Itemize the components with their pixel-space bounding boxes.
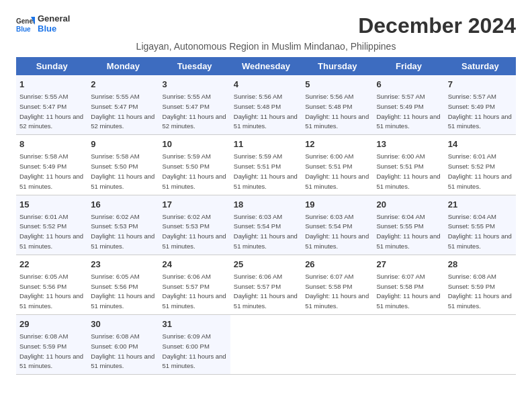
calendar-cell: 12 Sunrise: 6:00 AMSunset: 5:51 PMDaylig… bbox=[302, 135, 373, 195]
calendar-cell: 11 Sunrise: 5:59 AMSunset: 5:51 PMDaylig… bbox=[230, 135, 302, 195]
calendar-cell: 15 Sunrise: 6:01 AMSunset: 5:52 PMDaylig… bbox=[16, 195, 87, 255]
day-number: 20 bbox=[376, 199, 441, 211]
calendar-cell: 7 Sunrise: 5:57 AMSunset: 5:49 PMDayligh… bbox=[445, 75, 516, 135]
day-number: 5 bbox=[305, 79, 369, 91]
calendar-header-friday: Friday bbox=[373, 57, 444, 75]
day-info: Sunrise: 6:04 AMSunset: 5:55 PMDaylight:… bbox=[376, 213, 440, 250]
day-number: 11 bbox=[234, 138, 298, 150]
day-info: Sunrise: 5:59 AMSunset: 5:51 PMDaylight:… bbox=[234, 152, 298, 189]
calendar-header: SundayMondayTuesdayWednesdayThursdayFrid… bbox=[16, 57, 516, 75]
calendar-cell: 4 Sunrise: 5:56 AMSunset: 5:48 PMDayligh… bbox=[230, 75, 302, 135]
calendar-cell: 23 Sunrise: 6:05 AMSunset: 5:56 PMDaylig… bbox=[87, 255, 159, 314]
day-info: Sunrise: 6:03 AMSunset: 5:54 PMDaylight:… bbox=[305, 213, 369, 250]
calendar-cell: 31 Sunrise: 6:09 AMSunset: 6:00 PMDaylig… bbox=[159, 315, 230, 375]
calendar-cell: 22 Sunrise: 6:05 AMSunset: 5:56 PMDaylig… bbox=[16, 255, 87, 314]
calendar-cell bbox=[230, 315, 302, 375]
day-number: 21 bbox=[448, 199, 513, 211]
day-info: Sunrise: 5:56 AMSunset: 5:48 PMDaylight:… bbox=[234, 93, 298, 130]
day-info: Sunrise: 6:02 AMSunset: 5:53 PMDaylight:… bbox=[163, 213, 226, 250]
day-info: Sunrise: 6:04 AMSunset: 5:55 PMDaylight:… bbox=[448, 213, 512, 250]
calendar-header-wednesday: Wednesday bbox=[230, 57, 302, 75]
day-info: Sunrise: 6:00 AMSunset: 5:51 PMDaylight:… bbox=[305, 152, 369, 189]
calendar-cell: 19 Sunrise: 6:03 AMSunset: 5:54 PMDaylig… bbox=[302, 195, 373, 255]
generalblue-icon: General Blue bbox=[16, 14, 35, 33]
day-info: Sunrise: 5:59 AMSunset: 5:50 PMDaylight:… bbox=[163, 152, 226, 189]
day-number: 18 bbox=[234, 199, 298, 211]
day-number: 17 bbox=[163, 199, 227, 211]
day-number: 7 bbox=[448, 79, 513, 91]
day-info: Sunrise: 5:56 AMSunset: 5:48 PMDaylight:… bbox=[305, 93, 369, 130]
calendar-header-tuesday: Tuesday bbox=[159, 57, 230, 75]
day-number: 10 bbox=[163, 138, 227, 150]
calendar-cell: 26 Sunrise: 6:07 AMSunset: 5:58 PMDaylig… bbox=[302, 255, 373, 314]
day-info: Sunrise: 5:57 AMSunset: 5:49 PMDaylight:… bbox=[376, 93, 440, 130]
day-number: 31 bbox=[163, 318, 227, 330]
day-number: 1 bbox=[19, 79, 84, 91]
calendar-header-monday: Monday bbox=[87, 57, 159, 75]
day-info: Sunrise: 5:58 AMSunset: 5:50 PMDaylight:… bbox=[91, 152, 154, 189]
day-number: 6 bbox=[376, 79, 441, 91]
day-info: Sunrise: 6:07 AMSunset: 5:58 PMDaylight:… bbox=[376, 273, 440, 310]
day-info: Sunrise: 6:08 AMSunset: 5:59 PMDaylight:… bbox=[448, 273, 512, 310]
day-number: 19 bbox=[305, 199, 369, 211]
calendar-cell: 9 Sunrise: 5:58 AMSunset: 5:50 PMDayligh… bbox=[87, 135, 159, 195]
calendar-cell: 27 Sunrise: 6:07 AMSunset: 5:58 PMDaylig… bbox=[373, 255, 444, 314]
page-title: December 2024 bbox=[358, 13, 516, 38]
calendar-cell bbox=[373, 315, 444, 375]
day-number: 29 bbox=[19, 318, 84, 330]
day-info: Sunrise: 5:57 AMSunset: 5:49 PMDaylight:… bbox=[448, 93, 512, 130]
calendar-cell: 18 Sunrise: 6:03 AMSunset: 5:54 PMDaylig… bbox=[230, 195, 302, 255]
day-info: Sunrise: 6:08 AMSunset: 6:00 PMDaylight:… bbox=[91, 332, 154, 369]
day-info: Sunrise: 6:00 AMSunset: 5:51 PMDaylight:… bbox=[376, 152, 440, 189]
day-info: Sunrise: 6:08 AMSunset: 5:59 PMDaylight:… bbox=[19, 332, 83, 369]
day-number: 28 bbox=[448, 259, 513, 271]
calendar-cell: 5 Sunrise: 5:56 AMSunset: 5:48 PMDayligh… bbox=[302, 75, 373, 135]
calendar-cell: 8 Sunrise: 5:58 AMSunset: 5:49 PMDayligh… bbox=[16, 135, 87, 195]
day-info: Sunrise: 6:03 AMSunset: 5:54 PMDaylight:… bbox=[234, 213, 298, 250]
subtitle: Ligayan, Autonomous Region in Muslim Min… bbox=[16, 41, 516, 52]
day-info: Sunrise: 6:09 AMSunset: 6:00 PMDaylight:… bbox=[163, 332, 226, 369]
calendar-cell: 29 Sunrise: 6:08 AMSunset: 5:59 PMDaylig… bbox=[16, 315, 87, 375]
calendar-week-row: 15 Sunrise: 6:01 AMSunset: 5:52 PMDaylig… bbox=[16, 195, 516, 255]
day-info: Sunrise: 5:55 AMSunset: 5:47 PMDaylight:… bbox=[91, 93, 154, 130]
calendar-cell: 3 Sunrise: 5:55 AMSunset: 5:47 PMDayligh… bbox=[159, 75, 230, 135]
calendar-cell bbox=[302, 315, 373, 375]
day-number: 30 bbox=[91, 318, 155, 330]
calendar-header-thursday: Thursday bbox=[302, 57, 373, 75]
day-number: 3 bbox=[163, 79, 227, 91]
calendar-cell: 24 Sunrise: 6:06 AMSunset: 5:57 PMDaylig… bbox=[159, 255, 230, 314]
day-number: 14 bbox=[448, 138, 513, 150]
day-number: 27 bbox=[376, 259, 441, 271]
day-number: 22 bbox=[19, 259, 84, 271]
svg-text:Blue: Blue bbox=[16, 26, 31, 33]
day-number: 23 bbox=[91, 259, 155, 271]
day-number: 9 bbox=[91, 138, 155, 150]
calendar-cell: 2 Sunrise: 5:55 AMSunset: 5:47 PMDayligh… bbox=[87, 75, 159, 135]
calendar-week-row: 22 Sunrise: 6:05 AMSunset: 5:56 PMDaylig… bbox=[16, 255, 516, 314]
day-number: 8 bbox=[19, 138, 84, 150]
calendar-cell: 13 Sunrise: 6:00 AMSunset: 5:51 PMDaylig… bbox=[373, 135, 444, 195]
day-info: Sunrise: 5:55 AMSunset: 5:47 PMDaylight:… bbox=[19, 93, 83, 130]
day-number: 13 bbox=[376, 138, 441, 150]
calendar-cell: 14 Sunrise: 6:01 AMSunset: 5:52 PMDaylig… bbox=[445, 135, 516, 195]
day-number: 16 bbox=[91, 199, 155, 211]
calendar-cell: 10 Sunrise: 5:59 AMSunset: 5:50 PMDaylig… bbox=[159, 135, 230, 195]
logo: General Blue General Blue bbox=[16, 13, 70, 34]
logo-general-text: General bbox=[38, 13, 70, 24]
day-info: Sunrise: 5:58 AMSunset: 5:49 PMDaylight:… bbox=[19, 152, 83, 189]
day-info: Sunrise: 5:55 AMSunset: 5:47 PMDaylight:… bbox=[163, 93, 226, 130]
day-info: Sunrise: 6:07 AMSunset: 5:58 PMDaylight:… bbox=[305, 273, 369, 310]
day-info: Sunrise: 6:01 AMSunset: 5:52 PMDaylight:… bbox=[448, 152, 512, 189]
calendar-cell: 21 Sunrise: 6:04 AMSunset: 5:55 PMDaylig… bbox=[445, 195, 516, 255]
day-info: Sunrise: 6:06 AMSunset: 5:57 PMDaylight:… bbox=[234, 273, 298, 310]
day-number: 12 bbox=[305, 138, 369, 150]
day-info: Sunrise: 6:05 AMSunset: 5:56 PMDaylight:… bbox=[19, 273, 83, 310]
day-number: 2 bbox=[91, 79, 155, 91]
day-info: Sunrise: 6:01 AMSunset: 5:52 PMDaylight:… bbox=[19, 213, 83, 250]
calendar-cell: 16 Sunrise: 6:02 AMSunset: 5:53 PMDaylig… bbox=[87, 195, 159, 255]
calendar-header-saturday: Saturday bbox=[445, 57, 516, 75]
calendar-week-row: 8 Sunrise: 5:58 AMSunset: 5:49 PMDayligh… bbox=[16, 135, 516, 195]
day-number: 25 bbox=[234, 259, 298, 271]
day-number: 24 bbox=[163, 259, 227, 271]
calendar-cell: 1 Sunrise: 5:55 AMSunset: 5:47 PMDayligh… bbox=[16, 75, 87, 135]
